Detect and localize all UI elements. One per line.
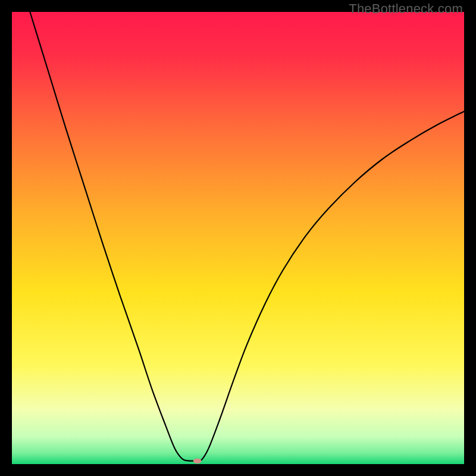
watermark-text: TheBottleneck.com (349, 1, 463, 17)
plot-background (12, 12, 464, 464)
chart-marker (193, 459, 202, 464)
bottleneck-chart (12, 12, 464, 464)
plot-area (12, 12, 464, 464)
optimum-marker (193, 459, 202, 464)
chart-frame: TheBottleneck.com (0, 0, 476, 476)
